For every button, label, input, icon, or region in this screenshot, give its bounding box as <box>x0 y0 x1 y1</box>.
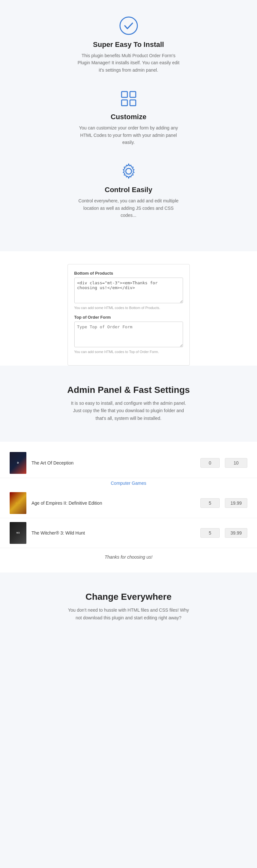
thank-you-text: Thanks for choosing us! <box>0 548 257 563</box>
product-title: The Witcher® 3: Wild Hunt <box>31 530 195 535</box>
product-image: AoE <box>10 492 26 514</box>
svg-rect-4 <box>130 100 136 106</box>
admin-info-section: Admin Panel & Fast Settings It is so eas… <box>0 366 257 442</box>
svg-rect-3 <box>121 100 127 106</box>
gear-icon <box>77 162 180 181</box>
admin-info-title: Admin Panel & Fast Settings <box>13 385 244 395</box>
feature-control: Control Easily Control everywhere, you c… <box>77 162 180 219</box>
svg-text:AoE: AoE <box>16 501 21 504</box>
grid-icon <box>77 90 180 107</box>
product-title: Age of Empires II: Definitive Edition <box>31 500 195 506</box>
admin-form-section: Bottom of Products <div class="mt-3"><em… <box>0 251 257 366</box>
features-section: Super Easy To Install This plugin benefi… <box>0 0 257 251</box>
change-section: Change Everywhere You don't need to huss… <box>0 572 257 641</box>
product-qty[interactable]: 5 <box>200 528 220 538</box>
svg-point-0 <box>120 17 137 34</box>
feature-control-desc: Control everywhere, you can add and edit… <box>77 197 180 219</box>
top-of-order-form-textarea[interactable] <box>74 321 183 347</box>
category-label: Computer Games <box>0 478 257 488</box>
feature-customize-title: Customize <box>77 113 180 121</box>
product-qty[interactable]: 5 <box>200 498 220 508</box>
svg-rect-1 <box>121 92 127 97</box>
svg-rect-2 <box>130 92 136 97</box>
table-row: AoE Age of Empires II: Definitive Editio… <box>0 488 257 518</box>
feature-install-title: Super Easy To Install <box>77 40 180 49</box>
product-section: D The Art Of Deception 0 10 Computer Gam… <box>0 442 257 572</box>
bottom-of-products-label: Bottom of Products <box>74 271 183 276</box>
feature-customize-desc: You can customize your order form by add… <box>77 124 180 146</box>
product-image: W3 <box>10 522 26 544</box>
product-image: D <box>10 452 26 474</box>
product-price[interactable]: 10 <box>225 458 247 468</box>
feature-customize: Customize You can customize your order f… <box>77 90 180 146</box>
svg-point-5 <box>126 168 132 174</box>
change-section-title: Change Everywhere <box>13 592 244 602</box>
top-of-order-form-group: Top of Order Form You can add some HTML … <box>74 315 183 354</box>
bottom-of-products-group: Bottom of Products <div class="mt-3"><em… <box>74 271 183 310</box>
bottom-of-products-textarea[interactable]: <div class="mt-3"><em>Thanks for choosin… <box>74 278 183 303</box>
svg-text:W3: W3 <box>17 532 20 534</box>
svg-text:D: D <box>17 461 19 464</box>
table-row: D The Art Of Deception 0 10 <box>0 448 257 478</box>
table-row: W3 The Witcher® 3: Wild Hunt 5 39.99 <box>0 518 257 548</box>
bottom-of-products-hint: You can add some HTML codes to Bottom of… <box>74 306 183 310</box>
top-of-order-form-label: Top of Order Form <box>74 315 183 320</box>
product-price[interactable]: 39.99 <box>225 528 247 538</box>
product-price[interactable]: 19.99 <box>225 498 247 508</box>
check-circle-icon <box>77 16 180 35</box>
product-title: The Art Of Deception <box>31 460 195 465</box>
top-of-order-form-hint: You can add some HTML codes to Top of Or… <box>74 350 183 354</box>
feature-install-desc: This plugin benefits Multi Product Order… <box>77 52 180 73</box>
feature-install: Super Easy To Install This plugin benefi… <box>77 16 180 73</box>
product-qty[interactable]: 0 <box>200 458 220 468</box>
change-section-desc: You don't need to hussle with HTML files… <box>67 607 190 622</box>
admin-form-card: Bottom of Products <div class="mt-3"><em… <box>67 264 190 366</box>
feature-control-title: Control Easily <box>77 186 180 194</box>
admin-info-desc: It is so easy to install, and configure … <box>67 400 190 423</box>
